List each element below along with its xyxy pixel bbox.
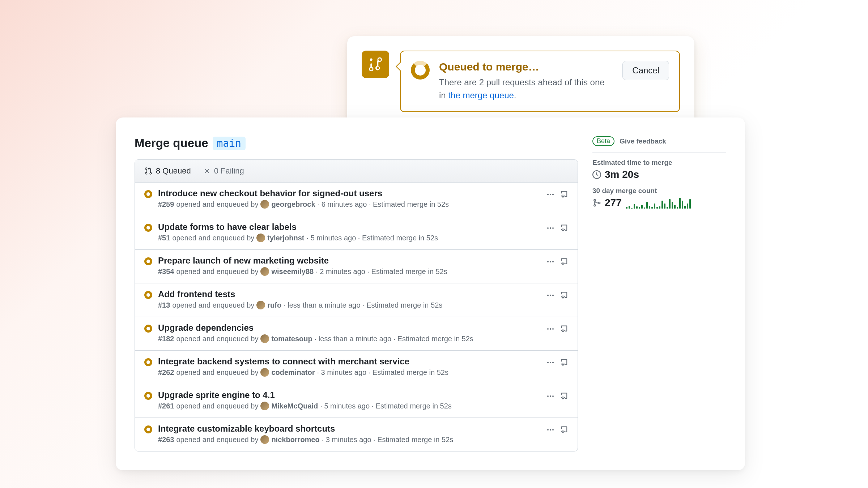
merge-branch-icon-box: [362, 51, 389, 78]
avatar[interactable]: [260, 267, 269, 276]
row-actions: [547, 426, 568, 434]
callout-body: Queued to merge… There are 2 pull reques…: [400, 51, 680, 112]
status-pending-icon: [144, 291, 152, 299]
pr-title[interactable]: Integrate customizable keyboard shortcut…: [158, 424, 541, 434]
pr-title[interactable]: Introduce new checkout behavior for sign…: [158, 188, 541, 198]
merge-count-row: 277: [592, 197, 726, 209]
kebab-menu-button[interactable]: [547, 227, 554, 229]
pr-meta: #262 opened and enqueued by codeminator …: [158, 368, 541, 377]
move-to-bottom-icon[interactable]: [560, 359, 568, 367]
pr-number[interactable]: #13: [158, 301, 170, 309]
queue-row[interactable]: Add frontend tests #13 opened and enqueu…: [135, 283, 578, 317]
kebab-menu-button[interactable]: [547, 328, 554, 330]
pr-title[interactable]: Integrate backend systems to connect wit…: [158, 356, 541, 367]
avatar[interactable]: [260, 200, 269, 209]
branch-label[interactable]: main: [213, 137, 246, 150]
pr-author[interactable]: codeminator: [271, 368, 315, 377]
main-column: Merge queue main 8 Queued 0 Failing: [135, 136, 578, 451]
avatar[interactable]: [260, 368, 269, 377]
row-content: Upgrade dependencies #182 opened and enq…: [158, 323, 541, 343]
row-content: Update forms to have clear labels #51 op…: [158, 222, 541, 242]
cancel-button[interactable]: Cancel: [622, 61, 669, 80]
callout-title: Queued to merge…: [439, 61, 613, 73]
pr-author[interactable]: nickborromeo: [271, 436, 319, 444]
merge-count-label: 30 day merge count: [592, 187, 726, 195]
pr-number[interactable]: #354: [158, 267, 174, 276]
merge-count-value: 277: [592, 197, 622, 209]
time-to-merge-label: Estimated time to merge: [592, 159, 726, 167]
status-pending-icon: [144, 325, 152, 333]
pr-number[interactable]: #259: [158, 200, 174, 209]
pr-number[interactable]: #263: [158, 436, 174, 444]
time-to-merge-value: 3m 20s: [592, 169, 726, 180]
page-title: Merge queue main: [135, 136, 578, 150]
give-feedback-link[interactable]: Give feedback: [620, 137, 666, 145]
avatar[interactable]: [260, 435, 269, 444]
row-actions: [547, 325, 568, 333]
pr-title[interactable]: Upgrade sprite engine to 4.1: [158, 390, 541, 400]
pr-number[interactable]: #51: [158, 234, 170, 242]
pr-number[interactable]: #261: [158, 402, 174, 410]
queue-row[interactable]: Integrate customizable keyboard shortcut…: [135, 418, 578, 451]
avatar[interactable]: [260, 334, 269, 343]
queue-row[interactable]: Upgrade sprite engine to 4.1 #261 opened…: [135, 384, 578, 418]
kebab-menu-button[interactable]: [547, 261, 554, 262]
pr-author[interactable]: tylerjohnst: [267, 234, 304, 242]
sidebar: Beta Give feedback Estimated time to mer…: [592, 136, 726, 451]
pr-number[interactable]: #182: [158, 335, 174, 343]
queued-stat[interactable]: 8 Queued: [144, 166, 191, 176]
callout-description: There are 2 pull requests ahead of this …: [439, 76, 613, 102]
queue-row[interactable]: Upgrade dependencies #182 opened and enq…: [135, 317, 578, 351]
pr-title[interactable]: Prepare launch of new marketing website: [158, 256, 541, 266]
move-to-bottom-icon[interactable]: [560, 258, 568, 266]
pr-meta: #354 opened and enqueued by wiseemily88 …: [158, 267, 541, 276]
avatar[interactable]: [260, 402, 269, 410]
status-pending-icon: [144, 190, 152, 198]
status-pending-icon: [144, 392, 152, 400]
git-merge-queue-icon: [367, 56, 383, 72]
move-to-bottom-icon[interactable]: [560, 291, 568, 299]
beta-badge: Beta: [592, 136, 614, 146]
pr-author[interactable]: tomatesoup: [271, 335, 312, 343]
feedback-row: Beta Give feedback: [592, 136, 726, 153]
pr-title[interactable]: Update forms to have clear labels: [158, 222, 541, 232]
pr-author[interactable]: wiseemily88: [271, 267, 314, 276]
move-to-bottom-icon[interactable]: [560, 392, 568, 400]
kebab-menu-button[interactable]: [547, 295, 554, 296]
row-actions: [547, 224, 568, 232]
pr-author[interactable]: rufo: [267, 301, 281, 309]
pr-meta: #261 opened and enqueued by MikeMcQuaid …: [158, 402, 541, 410]
pr-author[interactable]: georgebrock: [271, 200, 315, 209]
move-to-bottom-icon[interactable]: [560, 426, 568, 434]
kebab-menu-button[interactable]: [547, 395, 554, 397]
queue-row[interactable]: Prepare launch of new marketing website …: [135, 250, 578, 283]
merge-queue-link[interactable]: the merge queue: [448, 90, 514, 100]
pr-author[interactable]: MikeMcQuaid: [271, 402, 318, 410]
failing-stat[interactable]: 0 Failing: [203, 166, 244, 176]
pr-number[interactable]: #262: [158, 368, 174, 377]
move-to-bottom-icon[interactable]: [560, 224, 568, 232]
pr-title[interactable]: Add frontend tests: [158, 289, 541, 299]
avatar[interactable]: [256, 301, 265, 309]
move-to-bottom-icon[interactable]: [560, 191, 568, 198]
row-actions: [547, 291, 568, 299]
kebab-menu-button[interactable]: [547, 194, 554, 195]
row-content: Integrate customizable keyboard shortcut…: [158, 424, 541, 444]
kebab-menu-button[interactable]: [547, 362, 554, 363]
row-content: Integrate backend systems to connect wit…: [158, 356, 541, 377]
pr-meta: #13 opened and enqueued by rufo · less t…: [158, 301, 541, 309]
move-to-bottom-icon[interactable]: [560, 325, 568, 333]
row-actions: [547, 392, 568, 400]
kebab-menu-button[interactable]: [547, 429, 554, 431]
queue-row[interactable]: Update forms to have clear labels #51 op…: [135, 216, 578, 250]
queue-row[interactable]: Integrate backend systems to connect wit…: [135, 351, 578, 384]
avatar[interactable]: [256, 234, 265, 242]
status-pending-icon: [144, 257, 152, 265]
pr-title[interactable]: Upgrade dependencies: [158, 323, 541, 333]
status-pending-icon: [144, 224, 152, 232]
row-actions: [547, 258, 568, 266]
queue-row[interactable]: Introduce new checkout behavior for sign…: [135, 183, 578, 216]
row-actions: [547, 359, 568, 367]
pr-meta: #259 opened and enqueued by georgebrock …: [158, 200, 541, 209]
row-content: Upgrade sprite engine to 4.1 #261 opened…: [158, 390, 541, 410]
